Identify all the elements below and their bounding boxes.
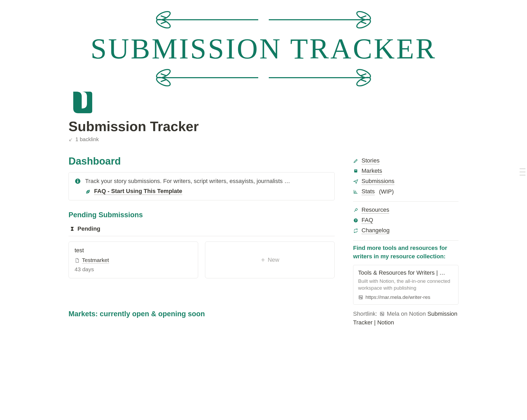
card-title: test bbox=[75, 247, 192, 254]
card-days: 43 days bbox=[75, 266, 192, 273]
callout-text: Track your story submissions. For writer… bbox=[85, 178, 290, 185]
bookmark-desc: Built with Notion, the all-in-one connec… bbox=[358, 278, 453, 292]
notion-icon bbox=[379, 311, 385, 317]
pending-card[interactable]: test Testmarket 43 days bbox=[69, 241, 198, 278]
bookmark-title: Tools & Resources for Writers | … bbox=[358, 269, 453, 276]
chart-icon bbox=[353, 189, 358, 194]
page-title: Submission Tracker bbox=[69, 118, 458, 134]
sidebar-item-resources[interactable]: Resources bbox=[353, 205, 458, 215]
sidebar-label: Stories bbox=[362, 157, 379, 164]
svg-point-26 bbox=[77, 179, 78, 180]
leaf-divider-left-icon bbox=[148, 68, 258, 87]
leaf-divider-right-icon bbox=[269, 68, 379, 87]
intro-callout: Track your story submissions. For writer… bbox=[69, 172, 335, 200]
sidebar-suffix: (WIP) bbox=[379, 188, 394, 195]
dashboard-heading: Dashboard bbox=[69, 156, 335, 167]
sidebar-label: Submissions bbox=[362, 178, 394, 185]
page-icon[interactable] bbox=[69, 90, 95, 116]
question-icon: ? bbox=[353, 218, 358, 223]
backlinks-row[interactable]: 1 backlink bbox=[69, 136, 458, 142]
svg-rect-29 bbox=[355, 170, 357, 170]
hero-title: SUBMISSION TRACKER bbox=[26, 32, 501, 66]
sidebar-label: Stats bbox=[362, 188, 375, 195]
notion-icon bbox=[358, 295, 363, 300]
bookmark-url: https://mar.mela.de/writer-res bbox=[365, 294, 430, 300]
hero-ornament-bottom bbox=[26, 68, 501, 87]
leaf-divider-left-icon bbox=[148, 11, 258, 29]
hero-banner: SUBMISSION TRACKER bbox=[0, 0, 527, 95]
card-market-link[interactable]: Testmarket bbox=[75, 257, 192, 264]
send-icon bbox=[353, 179, 358, 184]
bookmark-card[interactable]: Tools & Resources for Writers | … Built … bbox=[353, 265, 458, 305]
bookmark-icon bbox=[353, 169, 358, 174]
pending-view-tab[interactable]: Pending bbox=[69, 224, 335, 236]
new-card-button[interactable]: New bbox=[205, 241, 335, 278]
sidebar-item-markets[interactable]: Markets bbox=[353, 166, 458, 176]
pencil-icon bbox=[353, 158, 358, 164]
page-icon bbox=[75, 258, 80, 263]
info-icon bbox=[75, 178, 81, 184]
main-column: Dashboard Track your story submissions. … bbox=[69, 156, 335, 323]
sidebar-item-changelog[interactable]: Changelog bbox=[353, 225, 458, 236]
tracker-logo-icon bbox=[69, 90, 95, 116]
page-outline-marks[interactable] bbox=[520, 169, 525, 175]
shortlink-row: Shortlink: Mela on Notion Submission Tra… bbox=[353, 309, 458, 327]
plus-icon bbox=[260, 257, 266, 263]
card-market-label: Testmarket bbox=[82, 257, 109, 264]
hero-ornament-top bbox=[26, 11, 501, 29]
shortlink-prefix: Shortlink: bbox=[353, 310, 377, 317]
markets-heading: Markets: currently open & opening soon bbox=[69, 310, 335, 318]
pending-view-label: Pending bbox=[77, 225, 100, 232]
pending-cards-row: test Testmarket 43 days New bbox=[69, 241, 335, 278]
wrench-icon bbox=[353, 207, 358, 213]
new-card-label: New bbox=[268, 256, 279, 263]
refresh-icon bbox=[353, 228, 358, 233]
svg-rect-28 bbox=[354, 169, 357, 172]
shortlink-text1: Mela on Notion bbox=[387, 310, 426, 317]
sidebar-note: Find more tools and resources for writer… bbox=[353, 244, 458, 261]
svg-rect-27 bbox=[77, 181, 78, 183]
sidebar-item-submissions[interactable]: Submissions bbox=[353, 176, 458, 186]
sidebar-divider bbox=[353, 201, 458, 202]
sidebar-item-faq[interactable]: ? FAQ bbox=[353, 215, 458, 225]
sidebar-label: FAQ bbox=[362, 217, 373, 224]
sidebar-item-stats[interactable]: Stats (WIP) bbox=[353, 186, 458, 197]
sidebar-column: Stories Markets Submissions Stats (WIP) bbox=[353, 156, 458, 327]
sidebar-label: Markets bbox=[362, 167, 382, 175]
hourglass-icon bbox=[70, 226, 75, 231]
backlinks-label: 1 backlink bbox=[75, 136, 99, 142]
faq-leaf-icon bbox=[85, 188, 91, 195]
sidebar-group-2: Resources ? FAQ Changelog bbox=[353, 205, 458, 236]
bookmark-url-row: https://mar.mela.de/writer-res bbox=[358, 294, 453, 300]
sidebar-label: Changelog bbox=[362, 227, 389, 234]
faq-link[interactable]: FAQ - Start Using This Template bbox=[94, 188, 182, 195]
sidebar-divider bbox=[353, 240, 458, 241]
sidebar-item-stories[interactable]: Stories bbox=[353, 156, 458, 166]
sidebar-group-1: Stories Markets Submissions Stats (WIP) bbox=[353, 156, 458, 197]
pending-heading: Pending Submissions bbox=[69, 211, 335, 219]
leaf-divider-right-icon bbox=[269, 11, 379, 29]
svg-text:?: ? bbox=[355, 219, 357, 222]
backlink-icon bbox=[69, 137, 73, 142]
sidebar-label: Resources bbox=[362, 206, 389, 214]
